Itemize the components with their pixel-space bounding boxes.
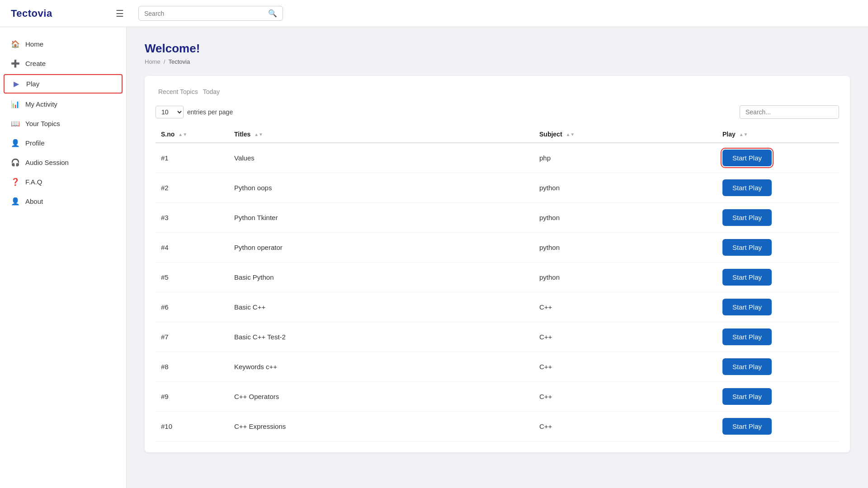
- sidebar-label-profile: Profile: [25, 139, 45, 147]
- cell-sno-8: #9: [156, 382, 229, 412]
- cell-play-0: Start Play: [717, 143, 839, 173]
- topics-table: S.no ▲▼ Titles ▲▼ Subject ▲▼ Play ▲▼: [156, 126, 839, 441]
- table-row: #9 C++ Operators C++ Start Play: [156, 382, 839, 412]
- my-activity-icon: 📊: [11, 100, 20, 108]
- col-header-subject: Subject ▲▼: [534, 126, 717, 143]
- cell-sno-9: #10: [156, 412, 229, 441]
- search-input[interactable]: [144, 10, 265, 17]
- table-body: #1 Values php Start Play #2 Python oops …: [156, 143, 839, 441]
- play-icon: ▶: [12, 80, 21, 88]
- cell-play-3: Start Play: [717, 233, 839, 263]
- cell-subject-8: C++: [534, 382, 717, 412]
- cell-title-4: Basic Python: [229, 263, 534, 292]
- sort-icon-play[interactable]: ▲▼: [739, 132, 748, 137]
- cell-title-7: Keywords c++: [229, 352, 534, 382]
- cell-sno-3: #4: [156, 233, 229, 263]
- cell-play-4: Start Play: [717, 263, 839, 292]
- sidebar-item-faq[interactable]: ❓ F.A.Q: [0, 172, 126, 192]
- search-icon: 🔍: [268, 9, 277, 18]
- cell-subject-2: python: [534, 203, 717, 233]
- cell-subject-1: python: [534, 173, 717, 203]
- cell-sno-5: #6: [156, 292, 229, 322]
- main-card: Recent Topics Today 102550100 entries pe…: [145, 76, 850, 452]
- cell-play-6: Start Play: [717, 322, 839, 352]
- home-icon: 🏠: [11, 40, 20, 48]
- breadcrumb-current: Tectovia: [169, 58, 190, 65]
- cell-title-0: Values: [229, 143, 534, 173]
- sidebar-label-create: Create: [25, 60, 46, 67]
- topbar: Tectovia ☰ 🔍: [0, 0, 868, 27]
- start-play-button-1[interactable]: Start Play: [722, 179, 772, 196]
- cell-sno-0: #1: [156, 143, 229, 173]
- start-play-button-6[interactable]: Start Play: [722, 328, 772, 345]
- sidebar-item-my-activity[interactable]: 📊 My Activity: [0, 94, 126, 114]
- start-play-button-2[interactable]: Start Play: [722, 209, 772, 226]
- search-bar: 🔍: [138, 6, 283, 21]
- table-controls: 102550100 entries per page: [156, 105, 839, 119]
- cell-sno-4: #5: [156, 263, 229, 292]
- about-icon: 👤: [11, 197, 20, 206]
- cell-play-5: Start Play: [717, 292, 839, 322]
- sidebar-item-play[interactable]: ▶ Play: [4, 74, 123, 94]
- cell-title-3: Python operator: [229, 233, 534, 263]
- sidebar: 🏠 Home ➕ Create ▶ Play 📊 My Activity 📖 Y…: [0, 27, 127, 488]
- sidebar-label-your-topics: Your Topics: [25, 120, 60, 127]
- entries-label: entries per page: [187, 108, 233, 116]
- cell-sno-6: #7: [156, 322, 229, 352]
- faq-icon: ❓: [11, 178, 20, 186]
- table-row: #10 C++ Expressions C++ Start Play: [156, 412, 839, 441]
- cell-subject-6: C++: [534, 322, 717, 352]
- entries-per-page-select[interactable]: 102550100: [156, 106, 184, 118]
- start-play-button-7[interactable]: Start Play: [722, 358, 772, 375]
- col-header-play: Play ▲▼: [717, 126, 839, 143]
- table-row: #7 Basic C++ Test-2 C++ Start Play: [156, 322, 839, 352]
- sidebar-item-your-topics[interactable]: 📖 Your Topics: [0, 114, 126, 133]
- profile-icon: 👤: [11, 139, 20, 147]
- cell-title-5: Basic C++: [229, 292, 534, 322]
- cell-title-8: C++ Operators: [229, 382, 534, 412]
- sidebar-item-home[interactable]: 🏠 Home: [0, 34, 126, 54]
- table-header: S.no ▲▼ Titles ▲▼ Subject ▲▼ Play ▲▼: [156, 126, 839, 143]
- logo: Tectovia: [11, 8, 101, 19]
- sort-icon-subject[interactable]: ▲▼: [566, 132, 575, 137]
- hamburger-icon[interactable]: ☰: [112, 6, 127, 21]
- start-play-button-8[interactable]: Start Play: [722, 388, 772, 405]
- sidebar-label-audio-session: Audio Session: [25, 159, 69, 166]
- card-title: Recent Topics Today: [156, 87, 220, 96]
- sidebar-item-profile[interactable]: 👤 Profile: [0, 133, 126, 153]
- sidebar-item-about[interactable]: 👤 About: [0, 192, 126, 211]
- col-header-sno: S.no ▲▼: [156, 126, 229, 143]
- cell-play-7: Start Play: [717, 352, 839, 382]
- layout: 🏠 Home ➕ Create ▶ Play 📊 My Activity 📖 Y…: [0, 27, 868, 488]
- sidebar-label-my-activity: My Activity: [25, 100, 57, 108]
- start-play-button-0[interactable]: Start Play: [722, 150, 772, 166]
- cell-subject-7: C++: [534, 352, 717, 382]
- sort-icon-sno[interactable]: ▲▼: [178, 132, 187, 137]
- sort-icon-title[interactable]: ▲▼: [254, 132, 263, 137]
- sidebar-item-create[interactable]: ➕ Create: [0, 54, 126, 73]
- cell-play-1: Start Play: [717, 173, 839, 203]
- cell-title-9: C++ Expressions: [229, 412, 534, 441]
- table-row: #2 Python oops python Start Play: [156, 173, 839, 203]
- sidebar-label-play: Play: [26, 80, 39, 88]
- audio-session-icon: 🎧: [11, 158, 20, 167]
- card-header: Recent Topics Today: [156, 87, 839, 96]
- cell-play-2: Start Play: [717, 203, 839, 233]
- sidebar-item-audio-session[interactable]: 🎧 Audio Session: [0, 153, 126, 172]
- start-play-button-9[interactable]: Start Play: [722, 418, 772, 435]
- breadcrumb: Home / Tectovia: [145, 58, 850, 65]
- table-row: #8 Keywords c++ C++ Start Play: [156, 352, 839, 382]
- table-row: #6 Basic C++ C++ Start Play: [156, 292, 839, 322]
- welcome-title: Welcome!: [145, 42, 850, 56]
- start-play-button-5[interactable]: Start Play: [722, 299, 772, 315]
- start-play-button-4[interactable]: Start Play: [722, 269, 772, 286]
- cell-subject-0: php: [534, 143, 717, 173]
- card-subtitle: Today: [203, 88, 220, 95]
- start-play-button-3[interactable]: Start Play: [722, 239, 772, 256]
- table-search-input[interactable]: [740, 105, 839, 119]
- breadcrumb-home[interactable]: Home: [145, 58, 160, 65]
- cell-subject-3: python: [534, 233, 717, 263]
- cell-sno-2: #3: [156, 203, 229, 233]
- sidebar-label-faq: F.A.Q: [25, 178, 42, 186]
- cell-title-1: Python oops: [229, 173, 534, 203]
